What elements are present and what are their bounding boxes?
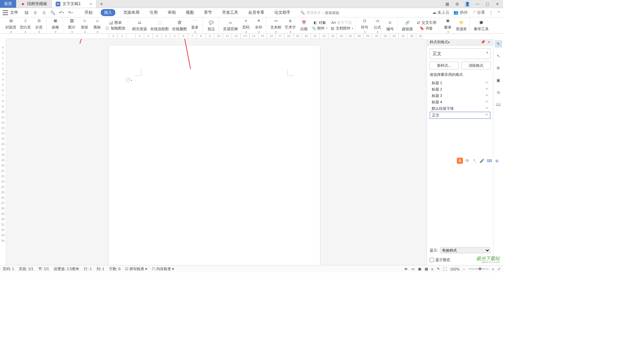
tab-view[interactable]: 视图: [184, 9, 196, 16]
tab-insert[interactable]: 插入: [101, 9, 115, 16]
page-mode-icon[interactable]: ▣: [418, 267, 421, 271]
search-input[interactable]: [325, 11, 352, 15]
tab-reference[interactable]: 引用: [148, 9, 160, 16]
preview-icon[interactable]: 🔍: [50, 10, 56, 16]
eye-icon[interactable]: 👁: [404, 267, 408, 271]
ime-grid-icon[interactable]: ⊞: [494, 158, 500, 164]
hyperlink-button[interactable]: 🔗超链接: [400, 18, 414, 32]
expand-icon[interactable]: ⤢: [497, 267, 500, 271]
vertical-ruler[interactable]: 4211234567891011121314151617181920212223…: [0, 39, 6, 265]
new-style-button[interactable]: 新样式...: [430, 62, 459, 69]
more-menu-icon[interactable]: ⋮: [489, 10, 493, 15]
rail-settings-icon[interactable]: ⚙: [495, 64, 502, 72]
tab-section[interactable]: 章节: [202, 9, 214, 16]
attach-button[interactable]: 📎附件: [311, 26, 328, 31]
status-pagecode[interactable]: 页码: 1: [3, 266, 14, 271]
cloud-status[interactable]: ☁ 未上云: [432, 10, 449, 15]
page-number-button[interactable]: #页码: [240, 17, 252, 34]
zoom-value[interactable]: 102%: [450, 267, 460, 271]
crossref-button[interactable]: ⇄交叉引用: [415, 20, 437, 26]
undo-button[interactable]: ↶: [58, 10, 64, 16]
status-position[interactable]: 设置值: 2.5厘米: [54, 266, 79, 271]
ime-toolbar[interactable]: S 中 °, 🎤 ⌨ ⊞: [456, 157, 500, 164]
redo-button[interactable]: ↷: [67, 10, 73, 16]
status-words[interactable]: 字数: 0: [109, 266, 120, 271]
tab-paper[interactable]: 论文助手: [272, 9, 292, 16]
window-close-icon[interactable]: ✕: [494, 1, 500, 7]
display-filter-select[interactable]: 有效样式: [440, 247, 490, 253]
zoom-slider[interactable]: [469, 268, 489, 269]
user-icon[interactable]: 👤: [464, 1, 470, 7]
outline-mode-icon[interactable]: ≡: [431, 267, 433, 271]
table-button[interactable]: ▦表格: [49, 17, 61, 34]
clear-format-button[interactable]: 清除格式: [462, 62, 491, 69]
export-icon[interactable]: ⎘: [32, 10, 38, 16]
rail-target-icon[interactable]: ◎: [495, 89, 502, 96]
file-menu[interactable]: 文件: [10, 10, 18, 15]
rail-layers-icon[interactable]: ▣: [495, 77, 502, 84]
chart-button[interactable]: 📊图表: [104, 20, 126, 26]
tab-template[interactable]: ◆ 找稻壳模板: [16, 0, 52, 8]
style-item[interactable]: 标题 1↵: [430, 80, 490, 86]
page-indicator-icon[interactable]: 📄: [125, 78, 132, 82]
object-button[interactable]: ◧对象: [311, 20, 328, 26]
canvas-area[interactable]: 📄: [6, 39, 427, 265]
mindmap-button[interactable]: 🕸在线脑图: [171, 18, 188, 32]
smartart-button[interactable]: ⬡智能图形: [104, 26, 126, 31]
window-form-button[interactable]: ▣窗体: [442, 17, 454, 34]
fit-icon[interactable]: ⛶: [443, 267, 447, 271]
equation-button[interactable]: √x公式: [371, 17, 383, 34]
zoom-out-button[interactable]: −: [463, 267, 465, 271]
document-page[interactable]: 📄: [109, 46, 320, 265]
ime-lang-icon[interactable]: 中: [464, 158, 470, 164]
status-page[interactable]: 页面: 1/1: [19, 266, 33, 271]
status-section[interactable]: 节: 1/1: [38, 266, 49, 271]
more-button[interactable]: ⋯更多: [189, 17, 201, 34]
status-spellcheck[interactable]: ☑ 拼写检查 ▾: [125, 266, 147, 271]
tab-add-button[interactable]: +: [97, 0, 106, 8]
tab-vip[interactable]: 会员专享: [246, 9, 266, 16]
docpart-button[interactable]: ▥文档部件: [329, 26, 354, 31]
teaching-tools-button[interactable]: 🎓教学工具: [473, 18, 490, 32]
page-break-button[interactable]: ⊟分页: [33, 17, 45, 34]
comment-button[interactable]: 💬批注: [205, 18, 217, 32]
resource-button[interactable]: 📁资源夹: [454, 18, 468, 32]
panel-close-icon[interactable]: ✕: [487, 40, 490, 44]
icon-button[interactable]: ☺图标: [91, 17, 103, 34]
minimize-icon[interactable]: —: [474, 1, 480, 7]
rail-select-icon[interactable]: ↖: [495, 52, 502, 60]
blank-page-button[interactable]: ▯空白页: [18, 17, 32, 34]
symbol-button[interactable]: Ω符号: [359, 17, 371, 34]
layout-icon[interactable]: ▦: [444, 1, 450, 7]
tab-start[interactable]: 开始: [83, 9, 95, 16]
apps-icon[interactable]: ⊞: [454, 1, 460, 7]
flowchart-button[interactable]: ⬚在线流程图: [149, 18, 170, 32]
textbox-button[interactable]: ▭文本框: [269, 17, 283, 34]
close-icon[interactable]: ×: [90, 1, 92, 7]
header-footer-button[interactable]: ▭页眉页脚: [222, 18, 239, 32]
wordart-button[interactable]: A艺术字: [283, 17, 297, 34]
ime-voice-icon[interactable]: 🎤: [479, 158, 485, 164]
number-button[interactable]: ①编号: [384, 18, 396, 32]
style-item[interactable]: 默认段落字体↵: [430, 105, 490, 112]
ime-keyboard-icon[interactable]: ⌨: [486, 158, 492, 164]
share-button[interactable]: ↗ 分享: [472, 10, 485, 15]
tab-review[interactable]: 审阅: [166, 9, 178, 16]
rail-edit-icon[interactable]: ✎: [495, 40, 502, 48]
pencil-icon[interactable]: ✎: [437, 267, 440, 271]
status-line[interactable]: 行: 1: [84, 266, 92, 271]
docer-button[interactable]: 🗂稻壳资源: [131, 18, 148, 32]
style-item[interactable]: 标题 3↵: [430, 93, 490, 99]
style-item[interactable]: 标题 4↵: [430, 99, 490, 105]
status-col[interactable]: 列: 1: [97, 266, 104, 271]
preview-checkbox[interactable]: [430, 258, 434, 262]
pin-icon[interactable]: 📌: [481, 40, 485, 44]
bookmark-button[interactable]: 🔖书签: [415, 26, 437, 31]
read-mode-icon[interactable]: ▭: [411, 267, 415, 271]
style-item[interactable]: 标题 2↵: [430, 86, 490, 93]
status-contentcheck[interactable]: ⎔ 内容检查 ▾: [152, 266, 174, 271]
watermark-button[interactable]: ≋水印: [253, 17, 265, 34]
shape-button[interactable]: ◇形状: [78, 17, 91, 34]
date-button[interactable]: 📅日期: [298, 18, 310, 32]
save-icon[interactable]: 🖫: [23, 10, 30, 16]
